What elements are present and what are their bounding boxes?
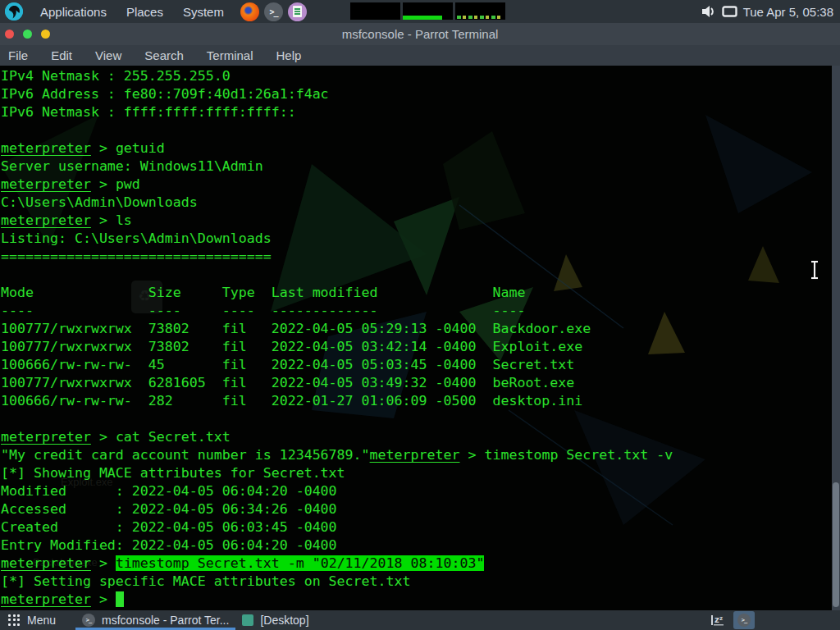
terminal-line [1, 266, 673, 284]
menu-applications[interactable]: Applications [30, 0, 116, 23]
taskbar-task-desktop[interactable]: [Desktop] [235, 610, 315, 630]
menu-help-label: Help [276, 48, 302, 62]
terminal-line: 100666/rw-rw-rw- 45 fil 2022-04-05 05:03… [1, 356, 673, 374]
terminal-line: 100777/rwxrwxrwx 6281605 fil 2022-04-05 … [1, 374, 673, 392]
terminal-line [1, 410, 673, 428]
terminal-line: meterpreter > timestomp Secret.txt -m "0… [1, 555, 673, 573]
terminal-line [1, 121, 673, 139]
taskbar-task-msfconsole[interactable]: >_ msfconsole - Parrot Ter... [75, 610, 235, 630]
ibeam-mouse-cursor [809, 259, 820, 281]
terminal-line: IPv6 Address : fe80::709f:40d1:26a1:f4ac [1, 85, 673, 103]
volume-icon[interactable] [701, 5, 716, 18]
terminal-line: 100777/rwxrwxrwx 73802 fil 2022-04-05 05… [1, 320, 673, 338]
document-glyph [293, 6, 302, 17]
menu-search-label: Search [144, 48, 184, 62]
monitor-graph-3-dashes [457, 16, 503, 19]
terminal-line: [*] Showing MACE attributes for Secret.t… [1, 464, 673, 482]
menu-file-label: File [8, 48, 28, 62]
terminal-line: IPv4 Netmask : 255.255.255.0 [1, 67, 673, 85]
menu-system[interactable]: System [173, 0, 234, 23]
window-title: msfconsole - Parrot Terminal [0, 27, 840, 41]
terminal-line: ================================= [1, 248, 673, 266]
parrot-logo-icon[interactable] [5, 2, 23, 21]
close-button[interactable] [5, 30, 14, 39]
terminal-prompt-glyph: >_ [269, 7, 277, 16]
menu-places[interactable]: Places [116, 0, 173, 23]
clock[interactable]: Tue Apr 5, 05:38 [743, 5, 833, 19]
terminal-line: ---- ---- ---- ------------- ---- [1, 302, 673, 320]
desktop-task-icon [242, 614, 253, 626]
taskbar: Menu >_ msfconsole - Parrot Ter... [Desk… [0, 610, 840, 630]
menu-view-label: View [95, 48, 121, 62]
terminal-viewport[interactable]: Exploit.exe Backdoor.exe IPv4 Netmask : … [0, 66, 840, 610]
menu-system-label: System [183, 5, 224, 19]
firefox-launcher-icon[interactable] [240, 2, 259, 21]
terminal-line: meterpreter > cat Secret.txt [1, 428, 673, 446]
terminal-line: Mode Size Type Last modified Name [1, 284, 673, 302]
menu-terminal-label: Terminal [207, 48, 253, 62]
monitor-graph-2 [403, 2, 453, 20]
terminal-line: 100777/rwxrwxrwx 73802 fil 2022-04-05 03… [1, 338, 673, 356]
terminal-line: Listing: C:\Users\Admin\Downloads [1, 230, 673, 248]
menu-applications-label: Applications [40, 5, 107, 19]
terminal-line: Server username: Windows11\Admin [1, 158, 673, 176]
terminal-output[interactable]: IPv4 Netmask : 255.255.255.0IPv6 Address… [1, 67, 673, 609]
terminal-task-icon: >_ [82, 614, 95, 627]
taskbar-menu-label: Menu [27, 614, 56, 627]
scrollbar-thumb[interactable] [833, 482, 839, 607]
svg-text:z: z [719, 615, 723, 622]
terminal-line: C:\Users\Admin\Downloads [1, 194, 673, 212]
terminal-line: Entry Modified: 2022-04-05 06:04:20 -040… [1, 536, 673, 555]
monitor-graph-3 [455, 2, 505, 20]
minimize-button[interactable] [23, 30, 32, 39]
text-editor-launcher-icon[interactable] [288, 2, 307, 21]
taskbar-menu-button[interactable]: Menu [0, 610, 64, 630]
monitor-graph-1 [350, 2, 400, 20]
terminal-line: [*] Setting specific MACE attributes on … [1, 573, 673, 591]
terminal-line: IPv6 Netmask : ffff:ffff:ffff:ffff:: [1, 103, 673, 121]
apps-grid-icon [8, 614, 21, 627]
terminal-cursor [116, 591, 124, 607]
tray-terminal-icon[interactable]: >_ [733, 611, 755, 629]
menu-edit-label: Edit [51, 48, 72, 62]
scrollbar[interactable] [832, 66, 840, 610]
menu-edit[interactable]: Edit [39, 45, 84, 66]
menu-search[interactable]: Search [133, 45, 195, 66]
keyboard-indicator-icon[interactable]: z z [710, 614, 727, 627]
task-label: msfconsole - Parrot Ter... [102, 614, 229, 627]
maximize-button[interactable] [41, 30, 50, 39]
terminal-line: Created : 2022-04-05 06:03:45 -0400 [1, 518, 673, 536]
menu-terminal[interactable]: Terminal [195, 45, 265, 66]
top-panel: Applications Places System >_ Tue Apr 5,… [0, 0, 840, 23]
display-icon[interactable] [722, 6, 737, 18]
menu-help[interactable]: Help [265, 45, 313, 66]
terminal-line: meterpreter > ls [1, 212, 673, 230]
terminal-line: meterpreter > pwd [1, 176, 673, 194]
terminal-line: meterpreter > [1, 591, 673, 609]
menu-file[interactable]: File [0, 45, 39, 66]
menu-places-label: Places [126, 5, 163, 19]
task-label: [Desktop] [260, 614, 308, 627]
terminal-launcher-icon[interactable]: >_ [264, 2, 283, 21]
menu-view[interactable]: View [84, 45, 133, 66]
terminal-line: Modified : 2022-04-05 06:04:20 -0400 [1, 482, 673, 500]
system-monitor-applets [350, 2, 505, 20]
monitor-graph-2-bar [403, 16, 442, 20]
terminal-line: "My credit card account number is 123456… [1, 446, 673, 464]
terminal-line: meterpreter > getuid [1, 139, 673, 158]
terminal-line: 100666/rw-rw-rw- 282 fil 2022-01-27 01:0… [1, 392, 673, 410]
window-menubar: File Edit View Search Terminal Help [0, 45, 840, 66]
window-titlebar: msfconsole - Parrot Terminal [0, 23, 840, 45]
terminal-tray-glyph: >_ [737, 614, 751, 627]
terminal-line: Accessed : 2022-04-05 06:34:26 -0400 [1, 500, 673, 518]
